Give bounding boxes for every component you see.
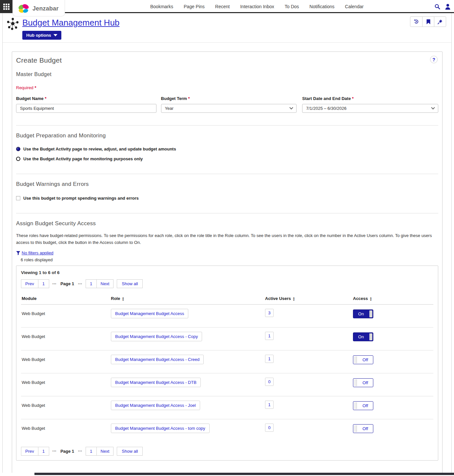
- budget-term-select[interactable]: Year: [161, 104, 297, 113]
- bookmark-icon: [426, 19, 431, 25]
- access-toggle[interactable]: Off: [353, 378, 373, 387]
- sort-icon[interactable]: ▲▼: [122, 297, 124, 301]
- top-nav-menu: Bookmarks Page Pins Recent Interaction I…: [150, 0, 363, 13]
- nav-calendar[interactable]: Calendar: [345, 4, 364, 9]
- page-1-button[interactable]: 1: [38, 447, 49, 456]
- security-section-description: These roles have budget-related permissi…: [16, 232, 438, 246]
- table-header-row: Module Role▲▼ Active Users▲▼ Access▲▼: [21, 296, 433, 305]
- checkbox[interactable]: [16, 196, 20, 200]
- checkbox-label: Use this budget to prompt spending warni…: [23, 196, 139, 201]
- active-users-count-button[interactable]: 1: [265, 355, 274, 363]
- role-column-header: Role▲▼: [111, 296, 265, 301]
- page-action-icons: [410, 16, 446, 27]
- role-link-button[interactable]: Budget Management Budget Access - Copy: [111, 332, 202, 341]
- sort-icon[interactable]: ▲▼: [293, 297, 295, 301]
- filter-row: No filters applied: [16, 250, 438, 255]
- access-toggle[interactable]: On: [353, 332, 373, 341]
- module-cell: Web Budget: [21, 355, 111, 362]
- show-all-button[interactable]: Show all: [117, 279, 143, 288]
- budget-name-input[interactable]: [16, 104, 156, 113]
- access-column-header: Access▲▼: [353, 296, 433, 301]
- role-link-button[interactable]: Budget Management Budget Access - tom co…: [111, 424, 210, 433]
- prep-section-title: Budget Preparation and Monitoring: [16, 132, 438, 139]
- caret-down-icon: [53, 34, 57, 36]
- radio-label: Use the Budget Activity page for monitor…: [23, 156, 143, 161]
- hub-options-button[interactable]: Hub options: [22, 31, 61, 40]
- topbar-icon-group: [434, 0, 451, 13]
- current-page-label: Page 1: [60, 449, 74, 454]
- dates-select[interactable]: 7/1/2025 – 6/30/2026: [302, 104, 438, 113]
- prev-page-button[interactable]: Prev: [21, 279, 38, 288]
- create-budget-card: Create Budget ? Master Budget Required *…: [12, 51, 443, 473]
- next-page-button[interactable]: Next: [96, 447, 114, 456]
- page-1-button[interactable]: 1: [86, 279, 97, 288]
- active-users-count-button[interactable]: 3: [265, 309, 274, 317]
- bookmark-page-button[interactable]: [422, 17, 434, 27]
- role-link-button[interactable]: Budget Management Budget Access: [111, 309, 188, 318]
- page-container: Budget Management Hub Hub options: [2, 13, 452, 473]
- hub-header: Budget Management Hub Hub options: [3, 13, 451, 43]
- table-row: Web Budget Budget Management Budget Acce…: [21, 327, 433, 350]
- warnings-section-title: Budget Warnings and Errors: [16, 181, 438, 188]
- table-row: Web Budget Budget Management Budget Acce…: [21, 305, 433, 327]
- dates-label: Start Date and End Date *: [302, 96, 438, 101]
- section-divider: [16, 213, 438, 213]
- pagination-ellipsis: •••: [78, 282, 82, 286]
- active-users-count-button[interactable]: 0: [265, 424, 274, 432]
- radio-button[interactable]: [16, 157, 20, 161]
- active-users-column-header: Active Users▲▼: [265, 296, 353, 301]
- module-cell: Web Budget: [21, 332, 111, 339]
- access-toggle[interactable]: Off: [353, 401, 373, 410]
- budget-fields-row: Budget Name * Budget Term * Year Start D…: [16, 96, 438, 113]
- pagination-top: Prev 1 ••• Page 1 ••• 1 Next Show all: [21, 279, 433, 288]
- role-link-button[interactable]: Budget Management Budget Access - DTB: [111, 378, 201, 387]
- nav-recent[interactable]: Recent: [215, 4, 230, 9]
- access-toggle[interactable]: On: [353, 309, 373, 318]
- sort-icon[interactable]: ▲▼: [370, 297, 372, 301]
- toggle-label: On: [353, 310, 369, 318]
- user-profile-icon[interactable]: [445, 4, 451, 10]
- nav-bookmarks[interactable]: Bookmarks: [150, 4, 173, 9]
- access-toggle[interactable]: Off: [353, 424, 373, 433]
- show-all-button[interactable]: Show all: [117, 447, 143, 456]
- no-filters-link[interactable]: No filters applied: [22, 250, 53, 255]
- nav-interaction-inbox[interactable]: Interaction Inbox: [240, 4, 274, 9]
- page-1-button[interactable]: 1: [38, 279, 49, 288]
- page-title-link[interactable]: Budget Management Hub: [22, 18, 119, 28]
- radio-button[interactable]: [16, 147, 20, 151]
- warnings-checkbox-row[interactable]: Use this budget to prompt spending warni…: [16, 196, 438, 201]
- table-row: Web Budget Budget Management Budget Acce…: [21, 396, 433, 419]
- active-users-count-button[interactable]: 1: [265, 332, 274, 340]
- toggle-handle: [369, 310, 372, 317]
- access-toggle[interactable]: Off: [353, 355, 373, 364]
- brand-logo[interactable]: Jenzabar: [12, 0, 65, 16]
- page-1-button[interactable]: 1: [86, 447, 97, 456]
- radio-option-review-adjust[interactable]: Use the Budget Activity page to review, …: [16, 147, 438, 151]
- role-link-button[interactable]: Budget Management Budget Access - Creed: [111, 355, 204, 364]
- toggle-handle: [369, 333, 372, 340]
- pagination-ellipsis: •••: [78, 449, 82, 453]
- toggle-label: Off: [358, 356, 373, 364]
- search-icon[interactable]: [434, 4, 441, 10]
- nav-notifications[interactable]: Notifications: [309, 4, 334, 9]
- role-link-button[interactable]: Budget Management Budget Access - Joel: [111, 401, 200, 410]
- page-content: Create Budget ? Master Budget Required *…: [3, 43, 451, 473]
- app-switcher-button[interactable]: [0, 0, 12, 13]
- nav-to-dos[interactable]: To Dos: [285, 4, 299, 9]
- prev-page-button[interactable]: Prev: [21, 447, 38, 456]
- next-page-button[interactable]: Next: [96, 279, 114, 288]
- active-users-count-button[interactable]: 1: [265, 401, 274, 409]
- dates-value: 7/1/2025 – 6/30/2026: [306, 106, 346, 111]
- module-column-header: Module: [21, 296, 111, 301]
- nav-page-pins[interactable]: Page Pins: [184, 4, 205, 9]
- section-divider: [16, 125, 438, 126]
- help-icon[interactable]: ?: [430, 56, 438, 63]
- top-navigation-bar: Jenzabar Bookmarks Page Pins Recent Inte…: [0, 0, 454, 13]
- active-users-count-button[interactable]: 0: [265, 378, 274, 386]
- butterfly-logo-icon: [17, 4, 30, 14]
- bottom-edge-strip: [0, 473, 454, 475]
- pin-page-button[interactable]: [434, 17, 446, 27]
- toggle-handle: [354, 425, 357, 432]
- radio-option-monitoring-only[interactable]: Use the Budget Activity page for monitor…: [16, 156, 438, 161]
- refresh-page-button[interactable]: [410, 17, 422, 27]
